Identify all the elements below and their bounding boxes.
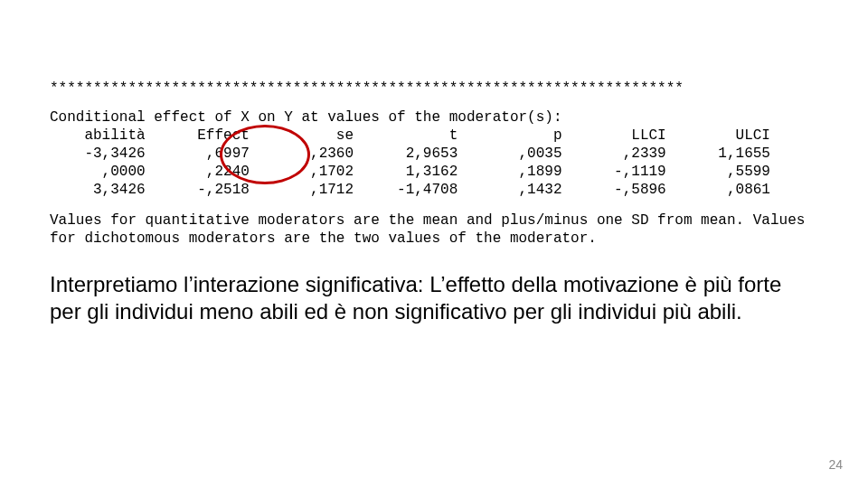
conditional-effects-table: Conditional effect of X on Y at values o… — [50, 108, 818, 199]
interpretation-text: Interpretiamo l’interazione significativ… — [50, 271, 809, 325]
conditional-effects-block: Conditional effect of X on Y at values o… — [50, 108, 818, 199]
slide: ****************************************… — [0, 0, 868, 488]
page-number: 24 — [828, 457, 843, 472]
separator-stars: ****************************************… — [50, 80, 818, 98]
moderator-footnote: Values for quantitative moderators are t… — [50, 211, 818, 248]
